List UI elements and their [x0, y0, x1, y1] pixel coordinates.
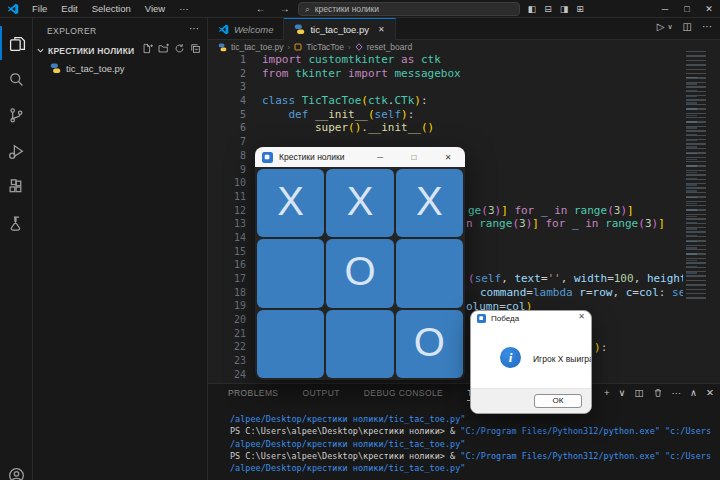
tab-label: Welcome	[234, 24, 273, 35]
new-terminal-icon[interactable]: +	[604, 387, 610, 398]
panel-maximize-icon[interactable]: ∧	[690, 387, 697, 398]
title-bar: File Edit Selection View ··· ← → ⌕ крест…	[0, 0, 720, 18]
class-symbol-icon	[294, 43, 302, 51]
customize-layout-icon[interactable]: ⊞	[572, 4, 588, 14]
game-maximize-button[interactable]: □	[397, 153, 431, 162]
breadcrumb-class[interactable]: TicTacToe	[306, 42, 344, 52]
terminal-line: /alpee/Desktop/крестики нолики/tic_tac_t…	[230, 462, 718, 474]
game-close-button[interactable]: ✕	[431, 153, 465, 162]
forward-arrow-icon[interactable]: →	[280, 3, 290, 14]
game-board: XXXOO	[257, 169, 463, 378]
code-fragment: ):	[594, 341, 607, 355]
python-file-icon	[50, 63, 61, 74]
terminal-output[interactable]: /alpee/Desktop/крестики нолики/tic_tac_t…	[230, 413, 718, 475]
explorer-icon[interactable]	[0, 26, 33, 60]
explorer-more-icon[interactable]: ···	[189, 23, 199, 34]
window-maximize-button[interactable]: □	[676, 4, 698, 14]
board-cell-2-1[interactable]	[326, 310, 393, 378]
testing-icon[interactable]	[0, 206, 33, 240]
editor-tab-bar: Welcome tic_tac_toe.py ✕	[208, 18, 720, 40]
split-editor-icon[interactable]: ◫	[683, 21, 692, 32]
kill-terminal-icon[interactable]	[653, 388, 663, 398]
terminal-profile-dropdown-icon[interactable]: ∨	[619, 387, 626, 398]
breadcrumb-method[interactable]: reset_board	[367, 42, 412, 52]
menu-selection[interactable]: Selection	[85, 3, 138, 14]
code-line[interactable]: 1import customtkinter as ctk	[208, 53, 683, 67]
menu-view[interactable]: View	[138, 3, 172, 14]
info-icon: i	[500, 347, 521, 368]
tk-app-icon	[262, 152, 273, 163]
window-minimize-button[interactable]: ─	[654, 4, 676, 14]
split-terminal-icon[interactable]: ◫	[635, 387, 644, 398]
python-file-icon	[218, 43, 227, 52]
run-debug-icon[interactable]	[0, 134, 33, 168]
menu-file[interactable]: File	[25, 3, 54, 14]
explorer-header: EXPLORER	[47, 26, 97, 36]
minimap-code-texture	[686, 77, 697, 277]
toggle-panel-icon[interactable]: ⊟	[540, 4, 556, 14]
panel-tab-output[interactable]: OUTPUT	[302, 388, 339, 401]
new-file-icon[interactable]	[142, 43, 153, 54]
back-arrow-icon[interactable]: ←	[256, 3, 266, 14]
toggle-secondary-sidebar-icon[interactable]: ◨	[556, 4, 572, 14]
board-cell-1-0[interactable]	[257, 239, 324, 307]
search-sidebar-icon[interactable]	[0, 62, 33, 96]
tab-label: tic_tac_toe.py	[310, 24, 369, 35]
code-line[interactable]: 3	[208, 80, 683, 94]
panel-close-icon[interactable]: ✕	[706, 387, 714, 398]
activity-bar	[0, 18, 33, 480]
panel-more-icon[interactable]: ···	[672, 387, 682, 398]
tab-close-icon[interactable]: ✕	[378, 25, 385, 34]
board-cell-2-0[interactable]	[257, 310, 324, 378]
vscode-logo-icon	[7, 3, 19, 15]
dialog-message: Игрок X выиграл!	[533, 354, 592, 364]
board-cell-0-0[interactable]: X	[257, 169, 324, 237]
command-search-box[interactable]: ⌕ крестики нолики	[298, 2, 520, 16]
run-dropdown-icon[interactable]: ∨	[667, 23, 672, 31]
panel-tab-debug-console[interactable]: DEBUG CONSOLE	[364, 388, 443, 401]
window-close-button[interactable]: ✕	[698, 4, 720, 14]
new-folder-icon[interactable]	[158, 43, 169, 54]
extensions-icon[interactable]	[0, 170, 33, 204]
menu-more[interactable]: ···	[172, 3, 196, 14]
vscode-window: File Edit Selection View ··· ← → ⌕ крест…	[0, 0, 720, 480]
dialog-title: Победа	[491, 314, 519, 323]
terminal-line: /alpee/Desktop/крестики нолики/tic_tac_t…	[230, 413, 718, 425]
dialog-footer: ОК	[471, 388, 591, 413]
code-line[interactable]: 5 def __init__(self):	[208, 108, 683, 122]
minimap[interactable]	[684, 47, 710, 343]
breadcrumb: tic_tac_toe.py › TicTacToe › reset_board	[208, 41, 683, 53]
board-cell-0-2[interactable]: X	[396, 169, 463, 237]
run-python-file-icon[interactable]: ▷	[657, 21, 665, 32]
account-icon[interactable]	[0, 458, 33, 480]
code-line[interactable]: 2from tkinter import messagebox	[208, 67, 683, 81]
board-cell-1-1[interactable]: O	[326, 239, 393, 307]
ok-button[interactable]: ОК	[534, 394, 582, 408]
breadcrumb-separator: ›	[287, 43, 290, 52]
dialog-title-bar[interactable]: Победа ✕	[471, 311, 591, 326]
code-fragment: command=lambda r=row, c=col: self.	[480, 286, 683, 300]
breadcrumb-file[interactable]: tic_tac_toe.py	[231, 42, 283, 52]
tab-welcome[interactable]: Welcome	[208, 18, 284, 40]
collapse-all-icon[interactable]	[190, 43, 201, 54]
tic-tac-toe-window: Крестики нолики ─ □ ✕ XXXOO	[255, 147, 465, 380]
panel-tab-problems[interactable]: PROBLEMS	[228, 388, 278, 401]
source-control-icon[interactable]	[0, 98, 33, 132]
board-cell-2-2[interactable]: O	[396, 310, 463, 378]
refresh-icon[interactable]	[174, 43, 185, 54]
game-minimize-button[interactable]: ─	[363, 153, 397, 162]
code-line[interactable]: 4class TicTacToe(ctk.CTk):	[208, 94, 683, 108]
code-line[interactable]: 6 super().__init__()	[208, 121, 683, 135]
file-item-tic-tac-toe[interactable]: tic_tac_toe.py	[33, 60, 208, 77]
game-window-title-bar[interactable]: Крестики нолики ─ □ ✕	[255, 147, 465, 167]
editor-more-icon[interactable]: ···	[702, 21, 712, 32]
file-name: tic_tac_toe.py	[66, 63, 125, 74]
menu-edit[interactable]: Edit	[54, 3, 84, 14]
board-cell-1-2[interactable]	[396, 239, 463, 307]
method-symbol-icon	[355, 43, 363, 51]
toggle-sidebar-icon[interactable]: ◧	[524, 4, 540, 14]
dialog-close-icon[interactable]: ✕	[578, 312, 585, 321]
tab-tic-tac-toe[interactable]: tic_tac_toe.py ✕	[284, 18, 395, 40]
board-cell-0-1[interactable]: X	[326, 169, 393, 237]
terminal-line: PS C:\Users\alpee\Desktop\крестики нолик…	[230, 450, 718, 462]
